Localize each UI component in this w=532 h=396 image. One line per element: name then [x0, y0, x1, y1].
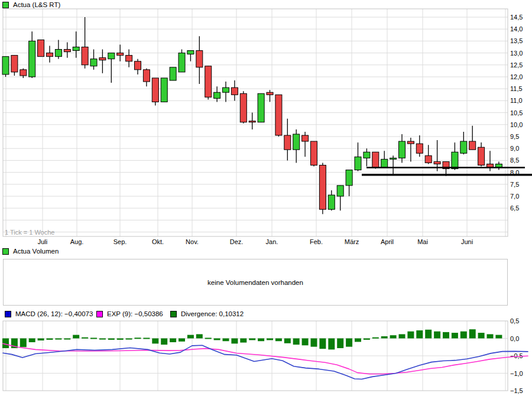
- svg-text:12,5: 12,5: [510, 61, 523, 69]
- svg-text:10,0: 10,0: [510, 121, 523, 128]
- svg-text:13,0: 13,0: [510, 50, 523, 57]
- divergence-legend-item: Divergence: 0,10312: [170, 310, 244, 317]
- volume-empty-message: keine Volumendaten vorhanden: [207, 279, 303, 286]
- svg-text:Mai: Mai: [417, 238, 428, 245]
- macd-legend-label: MACD (26, 12): −0,40073: [15, 310, 93, 317]
- divergence-legend-swatch-icon: [170, 311, 177, 317]
- price-legend: Actua (L&S RT): [2, 1, 60, 8]
- svg-text:Dez.: Dez.: [230, 238, 244, 245]
- svg-text:13,5: 13,5: [510, 37, 523, 44]
- exp-legend-item: EXP (9): −0,50386: [96, 310, 163, 317]
- svg-text:1 Tick = 1 Woche: 1 Tick = 1 Woche: [5, 229, 54, 236]
- svg-text:10,5: 10,5: [510, 109, 523, 116]
- price-candles: [2, 17, 502, 214]
- svg-text:Jan.: Jan.: [266, 238, 278, 245]
- svg-text:April: April: [381, 238, 394, 245]
- svg-text:0,0: 0,0: [510, 335, 519, 342]
- svg-text:6,5: 6,5: [510, 205, 519, 212]
- macd-line: [3, 345, 528, 379]
- tick-note: 1 Tick = 1 Woche: [5, 229, 54, 236]
- month-labels: JuliAug.Sep.Okt.Nov.Dez.Jan.Feb.MärzApri…: [38, 238, 473, 245]
- svg-text:7,5: 7,5: [510, 181, 519, 188]
- svg-text:9,5: 9,5: [510, 133, 519, 140]
- svg-text:−0,5: −0,5: [510, 352, 523, 359]
- svg-text:Feb.: Feb.: [310, 238, 323, 245]
- svg-text:Nov.: Nov.: [186, 238, 199, 245]
- svg-text:0,5: 0,5: [510, 317, 519, 324]
- price-legend-label: Actua (L&S RT): [13, 1, 60, 8]
- svg-text:11,0: 11,0: [510, 97, 523, 104]
- svg-text:14,0: 14,0: [510, 25, 523, 33]
- divergence-legend-label: Divergence: 0,10312: [181, 310, 244, 317]
- svg-text:7,0: 7,0: [510, 193, 519, 200]
- macd-axis-labels: 0,50,0−0,5−1,0−1,5: [510, 317, 523, 394]
- svg-text:März: März: [345, 238, 359, 245]
- svg-text:Juni: Juni: [461, 238, 473, 245]
- exp-legend-label: EXP (9): −0,50386: [107, 310, 163, 317]
- divergence-histogram: [2, 329, 502, 349]
- macd-legend-swatch-icon: [5, 311, 11, 317]
- svg-text:Sep.: Sep.: [113, 238, 127, 245]
- svg-text:12,0: 12,0: [510, 73, 523, 80]
- price-axis-labels: 14,514,013,513,012,512,011,511,010,510,0…: [510, 14, 523, 212]
- volume-panel: keine Volumendaten vorhanden: [3, 259, 508, 306]
- macd-grid: [3, 321, 508, 391]
- svg-text:Aug.: Aug.: [70, 238, 84, 245]
- svg-text:−1,0: −1,0: [510, 370, 523, 377]
- svg-text:14,5: 14,5: [510, 14, 523, 21]
- svg-text:8,5: 8,5: [510, 157, 519, 164]
- svg-text:11,5: 11,5: [510, 85, 523, 92]
- price-grid: [3, 9, 508, 236]
- volume-legend-label: Actua Volumen: [13, 248, 59, 255]
- chart-window: 14,514,013,513,012,512,011,511,010,510,0…: [0, 0, 532, 396]
- volume-legend-swatch-icon: [2, 248, 9, 255]
- exp-legend-swatch-icon: [96, 311, 103, 317]
- volume-legend: Actua Volumen: [2, 248, 59, 255]
- svg-text:−1,5: −1,5: [510, 387, 523, 394]
- svg-text:Okt.: Okt.: [152, 238, 164, 245]
- exp-line: [3, 343, 528, 374]
- macd-legend-item: MACD (26, 12): −0,40073: [5, 310, 93, 317]
- svg-text:Juli: Juli: [38, 238, 48, 245]
- chart-canvas: 14,514,013,513,012,512,011,511,010,510,0…: [0, 0, 532, 396]
- price-legend-swatch-icon: [2, 2, 9, 8]
- svg-text:9,0: 9,0: [510, 145, 519, 152]
